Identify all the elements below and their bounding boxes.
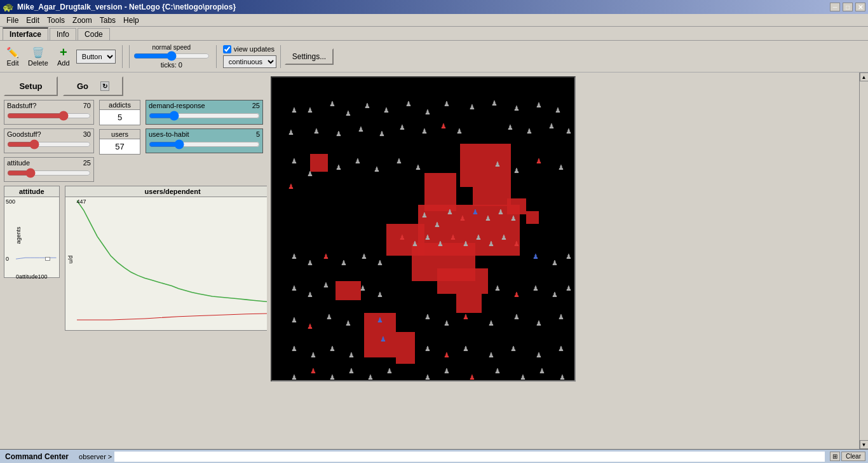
- go-loop-icon: ↻: [100, 81, 109, 91]
- world-view-container: ♟ ♟ ♟ ♟ ♟ ♟ ♟ ♟ ♟ ♟ ♟ ♟ ♟ ♟ ♟ ♟ ♟ ♟ ♟: [267, 73, 868, 449]
- attitude-chart-title: attitude: [4, 186, 59, 197]
- setup-button[interactable]: Setup: [4, 76, 58, 96]
- svg-text:♟: ♟: [380, 335, 386, 343]
- delete-button[interactable]: 🗑️ Delete: [25, 45, 51, 68]
- svg-text:♟: ♟: [424, 345, 431, 352]
- attitude-slider[interactable]: [7, 168, 91, 178]
- demand-sliders-section: demand-response 25 uses-to-habit 5: [146, 100, 263, 153]
- observer-prompt: observer >: [79, 453, 112, 460]
- goodstuff-label: Goodstuff?: [7, 130, 41, 138]
- svg-text:♟: ♟: [424, 313, 431, 321]
- attitude-chart-marker: [45, 257, 50, 261]
- menu-help[interactable]: Help: [119, 15, 143, 26]
- attitude-label: attitude: [7, 159, 30, 167]
- users-chart-area: 447: [77, 197, 267, 321]
- go-button[interactable]: Go ↻: [63, 76, 123, 96]
- svg-text:♟: ♟: [491, 99, 498, 107]
- clear-button[interactable]: Clear: [841, 452, 865, 461]
- svg-text:♟: ♟: [348, 367, 355, 375]
- svg-text:♟: ♟: [323, 281, 329, 289]
- svg-text:♟: ♟: [488, 351, 494, 359]
- svg-text:♟: ♟: [440, 122, 447, 130]
- menu-tools[interactable]: Tools: [43, 15, 69, 26]
- svg-text:♟: ♟: [291, 157, 297, 165]
- svg-text:♟: ♟: [424, 233, 431, 241]
- svg-text:♟: ♟: [472, 208, 478, 216]
- svg-text:♟: ♟: [513, 291, 520, 298]
- svg-text:♟: ♟: [536, 351, 542, 359]
- demand-response-slider-container: demand-response 25: [146, 100, 263, 125]
- close-button[interactable]: ✕: [855, 3, 865, 11]
- add-button[interactable]: + Add: [55, 45, 72, 68]
- svg-text:♟: ♟: [307, 259, 313, 266]
- menu-zoom[interactable]: Zoom: [69, 15, 96, 26]
- svg-text:♟: ♟: [399, 233, 405, 241]
- settings-button[interactable]: Settings...: [285, 48, 334, 65]
- toolbar: ✏️ Edit 🗑️ Delete + Add Button normal sp…: [0, 41, 868, 73]
- svg-text:♟: ♟: [379, 130, 385, 137]
- badstuff-value: 70: [83, 102, 91, 109]
- scroll-down-arrow[interactable]: ▼: [860, 440, 869, 449]
- tab-info[interactable]: Info: [50, 28, 76, 40]
- uses-to-habit-slider[interactable]: [149, 139, 260, 149]
- svg-text:♟: ♟: [532, 252, 539, 260]
- toolbar-divider-4: [280, 45, 281, 68]
- users-chart-body: u/d 447: [65, 197, 267, 321]
- demand-response-value: 25: [252, 102, 260, 109]
- tab-bar: Interface Info Code: [0, 27, 868, 41]
- users-monitor: users 57: [99, 129, 140, 155]
- widget-type-select[interactable]: Button: [76, 50, 116, 64]
- command-expand-button[interactable]: ⊞: [830, 452, 840, 461]
- svg-rect-9: [437, 268, 488, 294]
- minimize-button[interactable]: ─: [830, 3, 840, 11]
- svg-text:♟: ♟: [475, 233, 482, 241]
- svg-text:♟: ♟: [566, 252, 572, 260]
- svg-text:♟: ♟: [329, 373, 336, 381]
- speed-slider[interactable]: [133, 51, 210, 61]
- menu-edit[interactable]: Edit: [22, 15, 43, 26]
- svg-text:♟: ♟: [437, 240, 444, 247]
- svg-text:♟: ♟: [374, 165, 380, 173]
- svg-text:♟: ♟: [444, 351, 450, 359]
- svg-text:♟: ♟: [291, 345, 297, 352]
- svg-text:♟: ♟: [377, 316, 383, 324]
- svg-rect-13: [336, 281, 361, 300]
- svg-text:♟: ♟: [367, 373, 374, 381]
- svg-text:♟: ♟: [559, 373, 566, 381]
- users-chart-svg: [77, 197, 267, 321]
- svg-text:♟: ♟: [424, 108, 431, 116]
- demand-response-slider[interactable]: [149, 111, 260, 121]
- delete-icon: 🗑️: [32, 46, 44, 59]
- svg-text:♟: ♟: [348, 351, 355, 359]
- view-updates-checkbox[interactable]: [223, 45, 231, 53]
- menu-file[interactable]: File: [3, 15, 22, 26]
- command-input-area: observer >: [74, 452, 830, 462]
- scrollbar[interactable]: ▲ ▼: [859, 73, 868, 449]
- edit-button[interactable]: ✏️ Edit: [4, 45, 22, 68]
- svg-text:♟: ♟: [291, 373, 297, 381]
- window-title: Mike_Agar_Drugtalk_version - NetLogo {C:…: [17, 3, 236, 11]
- svg-text:♟: ♟: [536, 101, 542, 109]
- toolbar-divider-1: [122, 45, 123, 68]
- svg-text:♟: ♟: [536, 157, 542, 165]
- left-panel: Setup Go ↻ Badstuff? 70: [0, 73, 267, 449]
- svg-text:♟: ♟: [310, 367, 316, 375]
- scroll-up-arrow[interactable]: ▲: [860, 73, 869, 81]
- continuous-select[interactable]: continuous on ticks: [223, 55, 276, 68]
- svg-text:♟: ♟: [434, 221, 440, 228]
- badstuff-slider[interactable]: [7, 111, 91, 121]
- tab-interface[interactable]: Interface: [3, 27, 48, 40]
- svg-text:♟: ♟: [513, 313, 520, 321]
- svg-rect-2: [310, 154, 328, 172]
- tab-code[interactable]: Code: [78, 28, 110, 40]
- maximize-button[interactable]: □: [843, 3, 853, 11]
- svg-text:♟: ♟: [494, 367, 501, 375]
- goodstuff-slider[interactable]: [7, 139, 91, 149]
- command-input[interactable]: [114, 452, 825, 462]
- svg-text:♟: ♟: [336, 163, 342, 171]
- world-svg: ♟ ♟ ♟ ♟ ♟ ♟ ♟ ♟ ♟ ♟ ♟ ♟ ♟ ♟ ♟ ♟ ♟ ♟ ♟: [272, 78, 576, 382]
- svg-text:♟: ♟: [469, 103, 475, 111]
- menu-tabs[interactable]: Tabs: [96, 15, 119, 26]
- svg-rect-15: [526, 211, 539, 224]
- svg-text:♟: ♟: [364, 102, 370, 109]
